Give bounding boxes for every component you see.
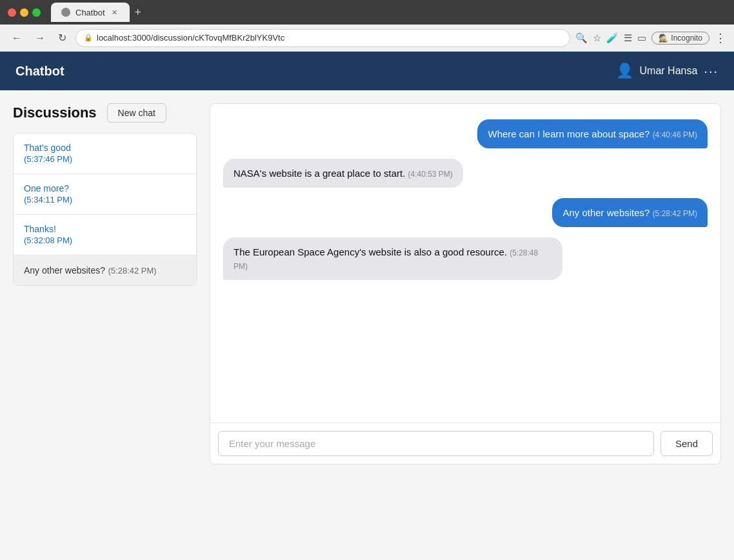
message-text-3: Any other websites? [562, 207, 650, 218]
sidebar-header: Discussions New chat [13, 103, 197, 123]
active-tab[interactable]: Chatbot ✕ [51, 3, 130, 22]
main-content: Discussions New chat That's good (5:37:4… [13, 103, 721, 465]
message-text-2: NASA's website is a great place to start… [233, 168, 405, 179]
message-2: NASA's website is a great place to start… [223, 159, 463, 188]
discussion-link-1[interactable]: That's good [24, 143, 186, 153]
tab-bar: Chatbot ✕ + [51, 3, 726, 22]
browser-window: Chatbot ✕ + ← → ↻ 🔒 localhost:3000/discu… [0, 0, 734, 560]
header-more-button[interactable]: ··· [704, 64, 719, 79]
message-bubble-3: Any other websites? (5:28:42 PM) [552, 198, 708, 227]
new-tab-button[interactable]: + [130, 6, 147, 19]
url-text: localhost:3000/discussion/cKTovqMfBKr2bl… [97, 33, 284, 43]
browser-toolbar: ← → ↻ 🔒 localhost:3000/discussion/cKTovq… [0, 25, 734, 52]
discussion-item-2[interactable]: One more? (5:34:11 PM) [14, 174, 196, 215]
maximize-window-button[interactable] [32, 8, 41, 17]
discussions-title: Discussions [13, 105, 97, 121]
message-text-1: Where can I learn more about space? [488, 128, 650, 139]
chat-messages: Where can I learn more about space? (4:4… [210, 104, 720, 423]
tab-close-button[interactable]: ✕ [110, 8, 119, 17]
message-1: Where can I learn more about space? (4:4… [477, 119, 708, 148]
extension-icon[interactable]: 🧪 [606, 32, 619, 44]
app-header: Chatbot 👤 Umar Hansa ··· [0, 52, 734, 90]
toolbar-actions: 🔍 ☆ 🧪 ☰ ▭ 🕵️ Incognito ⋮ [575, 31, 726, 45]
discussion-item-4[interactable]: Any other websites? (5:28:42 PM) [14, 255, 196, 285]
chat-container: Where can I learn more about space? (4:4… [210, 103, 721, 465]
address-bar[interactable]: 🔒 localhost:3000/discussion/cKTovqMfBKr2… [75, 29, 570, 47]
split-icon[interactable]: ▭ [637, 32, 646, 44]
user-name: Umar Hansa [640, 65, 698, 77]
message-bubble-4: The European Space Agency's website is a… [223, 237, 562, 280]
discussion-time-4: (5:28:42 PM) [108, 266, 157, 275]
discussion-list: That's good (5:37:46 PM) One more? (5:34… [13, 133, 197, 286]
app-title: Chatbot [15, 64, 64, 79]
discussion-link-2[interactable]: One more? [24, 183, 186, 194]
message-bubble-2: NASA's website is a great place to start… [223, 159, 463, 188]
search-icon[interactable]: 🔍 [575, 32, 588, 44]
readinglist-icon[interactable]: ☰ [624, 32, 632, 44]
user-info: 👤 Umar Hansa ··· [616, 63, 719, 79]
user-avatar-icon: 👤 [616, 63, 633, 79]
tab-favicon [61, 8, 70, 17]
message-bubble-1: Where can I learn more about space? (4:4… [477, 119, 708, 148]
traffic-lights [8, 8, 41, 17]
discussion-item-3[interactable]: Thanks! (5:32:08 PM) [14, 215, 196, 255]
discussion-text-4: Any other websites? [24, 265, 105, 275]
incognito-badge: 🕵️ Incognito [651, 32, 709, 45]
reload-button[interactable]: ↻ [54, 29, 70, 46]
new-chat-button[interactable]: New chat [107, 103, 166, 123]
message-4: The European Space Agency's website is a… [223, 237, 562, 280]
send-button[interactable]: Send [660, 431, 713, 456]
app-body: Discussions New chat That's good (5:37:4… [0, 90, 734, 560]
message-input[interactable] [218, 431, 654, 456]
chat-input-area: Send [210, 423, 720, 464]
message-text-4: The European Space Agency's website is a… [233, 246, 507, 257]
discussion-time-3: (5:32:08 PM) [24, 235, 72, 245]
discussion-item-1[interactable]: That's good (5:37:46 PM) [14, 134, 196, 174]
incognito-label: Incognito [671, 34, 702, 43]
discussion-time-1: (5:37:46 PM) [24, 154, 72, 164]
message-time-1: (4:40:46 PM) [653, 130, 697, 139]
close-window-button[interactable] [8, 8, 16, 17]
bookmark-icon[interactable]: ☆ [593, 32, 601, 44]
forward-button[interactable]: → [31, 30, 49, 46]
browser-menu-button[interactable]: ⋮ [715, 31, 726, 45]
minimize-window-button[interactable] [20, 8, 28, 17]
sidebar: Discussions New chat That's good (5:37:4… [13, 103, 197, 286]
message-3: Any other websites? (5:28:42 PM) [552, 198, 708, 227]
incognito-icon: 🕵️ [659, 34, 668, 43]
message-time-3: (5:28:42 PM) [653, 209, 697, 218]
back-button[interactable]: ← [8, 30, 26, 46]
title-bar: Chatbot ✕ + [0, 0, 734, 25]
discussion-time-2: (5:34:11 PM) [24, 195, 72, 205]
message-time-2: (4:40:53 PM) [408, 170, 453, 179]
lock-icon: 🔒 [84, 34, 93, 42]
discussion-link-3[interactable]: Thanks! [24, 224, 186, 234]
tab-label: Chatbot [75, 8, 105, 17]
